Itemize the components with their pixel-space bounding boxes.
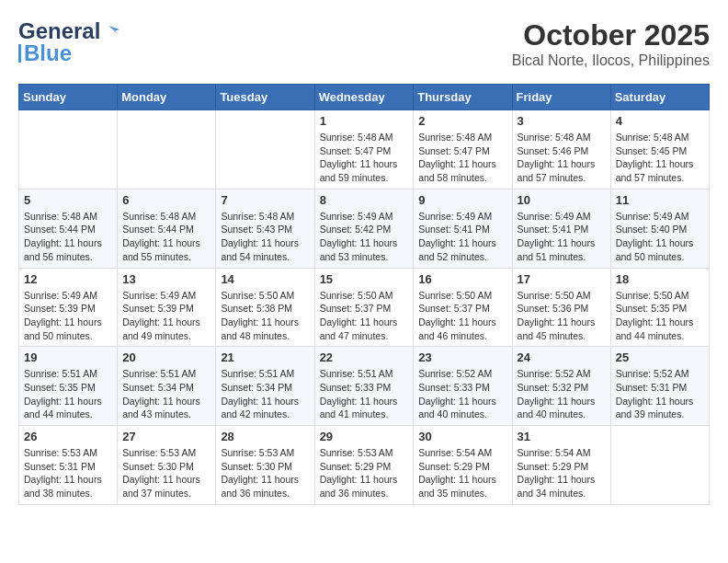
month-title: October 2025 xyxy=(512,18,710,52)
calendar-week-row: 12 Sunrise: 5:49 AMSunset: 5:39 PMDaylig… xyxy=(19,268,710,347)
weekday-header: Thursday xyxy=(414,85,512,110)
day-info: Sunrise: 5:49 AMSunset: 5:39 PMDaylight:… xyxy=(24,290,102,341)
calendar-cell: 30 Sunrise: 5:54 AMSunset: 5:29 PMDaylig… xyxy=(414,426,512,505)
calendar-cell: 9 Sunrise: 5:49 AMSunset: 5:41 PMDayligh… xyxy=(414,189,512,268)
day-number: 16 xyxy=(418,272,506,286)
day-number: 28 xyxy=(221,430,309,443)
calendar-cell: 31 Sunrise: 5:54 AMSunset: 5:29 PMDaylig… xyxy=(512,426,610,505)
calendar-cell xyxy=(216,110,314,190)
day-number: 18 xyxy=(616,272,704,286)
calendar-table: SundayMondayTuesdayWednesdayThursdayFrid… xyxy=(18,84,710,505)
calendar-cell: 10 Sunrise: 5:49 AMSunset: 5:41 PMDaylig… xyxy=(512,189,610,268)
day-info: Sunrise: 5:49 AMSunset: 5:39 PMDaylight:… xyxy=(122,290,200,341)
calendar-cell: 23 Sunrise: 5:52 AMSunset: 5:33 PMDaylig… xyxy=(414,347,512,426)
calendar-week-row: 19 Sunrise: 5:51 AMSunset: 5:35 PMDaylig… xyxy=(19,347,710,426)
calendar-cell: 28 Sunrise: 5:53 AMSunset: 5:30 PMDaylig… xyxy=(216,426,314,505)
day-number: 17 xyxy=(518,272,606,286)
calendar-cell: 17 Sunrise: 5:50 AMSunset: 5:36 PMDaylig… xyxy=(512,268,610,347)
day-info: Sunrise: 5:51 AMSunset: 5:33 PMDaylight:… xyxy=(320,368,398,419)
calendar-cell: 3 Sunrise: 5:48 AMSunset: 5:46 PMDayligh… xyxy=(512,110,610,190)
day-number: 22 xyxy=(320,350,409,364)
day-info: Sunrise: 5:48 AMSunset: 5:46 PMDaylight:… xyxy=(518,132,596,183)
day-number: 30 xyxy=(418,430,506,443)
day-info: Sunrise: 5:50 AMSunset: 5:37 PMDaylight:… xyxy=(320,290,398,341)
day-info: Sunrise: 5:48 AMSunset: 5:45 PMDaylight:… xyxy=(616,132,694,183)
calendar-cell: 16 Sunrise: 5:50 AMSunset: 5:37 PMDaylig… xyxy=(414,268,512,347)
calendar-cell: 25 Sunrise: 5:52 AMSunset: 5:31 PMDaylig… xyxy=(610,347,709,426)
day-info: Sunrise: 5:50 AMSunset: 5:35 PMDaylight:… xyxy=(616,290,694,341)
day-number: 5 xyxy=(24,193,112,207)
weekday-header: Monday xyxy=(118,85,216,110)
calendar-week-row: 5 Sunrise: 5:48 AMSunset: 5:44 PMDayligh… xyxy=(19,189,710,268)
day-info: Sunrise: 5:53 AMSunset: 5:30 PMDaylight:… xyxy=(122,447,200,499)
day-info: Sunrise: 5:49 AMSunset: 5:42 PMDaylight:… xyxy=(320,211,398,262)
calendar-cell: 1 Sunrise: 5:48 AMSunset: 5:47 PMDayligh… xyxy=(314,110,414,190)
day-number: 27 xyxy=(122,430,210,443)
calendar-cell: 24 Sunrise: 5:52 AMSunset: 5:32 PMDaylig… xyxy=(512,347,610,426)
day-info: Sunrise: 5:54 AMSunset: 5:29 PMDaylight:… xyxy=(418,447,496,499)
location-title: Bical Norte, Ilocos, Philippines xyxy=(512,52,710,69)
calendar-cell: 8 Sunrise: 5:49 AMSunset: 5:42 PMDayligh… xyxy=(314,189,414,268)
calendar-cell: 22 Sunrise: 5:51 AMSunset: 5:33 PMDaylig… xyxy=(314,347,414,426)
weekday-header: Friday xyxy=(512,85,610,110)
calendar-cell: 20 Sunrise: 5:51 AMSunset: 5:34 PMDaylig… xyxy=(118,347,216,426)
calendar-cell xyxy=(610,426,709,505)
day-info: Sunrise: 5:52 AMSunset: 5:33 PMDaylight:… xyxy=(418,368,496,419)
calendar-cell: 27 Sunrise: 5:53 AMSunset: 5:30 PMDaylig… xyxy=(118,426,216,505)
calendar-cell: 2 Sunrise: 5:48 AMSunset: 5:47 PMDayligh… xyxy=(414,110,512,190)
day-number: 25 xyxy=(616,350,704,364)
calendar-cell: 15 Sunrise: 5:50 AMSunset: 5:37 PMDaylig… xyxy=(314,268,414,347)
calendar-cell: 6 Sunrise: 5:48 AMSunset: 5:44 PMDayligh… xyxy=(118,189,216,268)
calendar-cell: 7 Sunrise: 5:48 AMSunset: 5:43 PMDayligh… xyxy=(216,189,314,268)
day-info: Sunrise: 5:52 AMSunset: 5:31 PMDaylight:… xyxy=(616,368,694,419)
calendar-cell: 26 Sunrise: 5:53 AMSunset: 5:31 PMDaylig… xyxy=(19,426,118,505)
day-info: Sunrise: 5:49 AMSunset: 5:40 PMDaylight:… xyxy=(616,211,694,262)
day-number: 2 xyxy=(418,114,506,128)
day-number: 31 xyxy=(518,430,606,443)
day-number: 24 xyxy=(518,350,606,364)
calendar-cell: 5 Sunrise: 5:48 AMSunset: 5:44 PMDayligh… xyxy=(19,189,118,268)
day-number: 8 xyxy=(320,193,409,207)
day-info: Sunrise: 5:51 AMSunset: 5:34 PMDaylight:… xyxy=(122,368,200,419)
day-info: Sunrise: 5:51 AMSunset: 5:35 PMDaylight:… xyxy=(24,368,102,419)
day-info: Sunrise: 5:48 AMSunset: 5:47 PMDaylight:… xyxy=(418,132,496,183)
day-number: 4 xyxy=(616,114,704,128)
calendar-cell: 29 Sunrise: 5:53 AMSunset: 5:29 PMDaylig… xyxy=(314,426,414,505)
day-info: Sunrise: 5:48 AMSunset: 5:43 PMDaylight:… xyxy=(221,211,299,262)
day-info: Sunrise: 5:48 AMSunset: 5:44 PMDaylight:… xyxy=(24,211,102,262)
day-number: 10 xyxy=(518,193,606,207)
weekday-header: Sunday xyxy=(19,85,118,110)
calendar-cell: 18 Sunrise: 5:50 AMSunset: 5:35 PMDaylig… xyxy=(610,268,709,347)
day-number: 21 xyxy=(221,350,309,364)
day-number: 7 xyxy=(221,193,309,207)
day-info: Sunrise: 5:49 AMSunset: 5:41 PMDaylight:… xyxy=(418,211,496,262)
calendar-week-row: 1 Sunrise: 5:48 AMSunset: 5:47 PMDayligh… xyxy=(19,110,710,190)
day-info: Sunrise: 5:48 AMSunset: 5:47 PMDaylight:… xyxy=(320,132,398,183)
day-info: Sunrise: 5:53 AMSunset: 5:30 PMDaylight:… xyxy=(221,447,299,499)
day-info: Sunrise: 5:53 AMSunset: 5:29 PMDaylight:… xyxy=(320,447,398,499)
day-number: 29 xyxy=(320,430,409,443)
svg-marker-0 xyxy=(108,26,119,35)
calendar-cell: 4 Sunrise: 5:48 AMSunset: 5:45 PMDayligh… xyxy=(610,110,709,190)
day-number: 14 xyxy=(221,272,309,286)
day-info: Sunrise: 5:50 AMSunset: 5:38 PMDaylight:… xyxy=(221,290,299,341)
calendar-cell xyxy=(118,110,216,190)
title-area: October 2025 Bical Norte, Ilocos, Philip… xyxy=(512,18,710,69)
day-number: 11 xyxy=(616,193,704,207)
day-number: 26 xyxy=(24,430,112,443)
calendar-week-row: 26 Sunrise: 5:53 AMSunset: 5:31 PMDaylig… xyxy=(19,426,710,505)
weekday-header: Wednesday xyxy=(314,85,414,110)
day-info: Sunrise: 5:52 AMSunset: 5:32 PMDaylight:… xyxy=(518,368,596,419)
day-number: 3 xyxy=(518,114,606,128)
calendar-cell: 12 Sunrise: 5:49 AMSunset: 5:39 PMDaylig… xyxy=(19,268,118,347)
logo-bar xyxy=(18,44,21,63)
logo-blue: Blue xyxy=(24,40,72,66)
day-number: 13 xyxy=(122,272,210,286)
day-number: 12 xyxy=(24,272,112,286)
day-info: Sunrise: 5:54 AMSunset: 5:29 PMDaylight:… xyxy=(518,447,596,499)
day-number: 15 xyxy=(320,272,409,286)
calendar-cell: 19 Sunrise: 5:51 AMSunset: 5:35 PMDaylig… xyxy=(19,347,118,426)
day-info: Sunrise: 5:48 AMSunset: 5:44 PMDaylight:… xyxy=(122,211,200,262)
day-number: 6 xyxy=(122,193,210,207)
page-header: General Blue October 2025 Bical Norte, I… xyxy=(18,18,710,69)
